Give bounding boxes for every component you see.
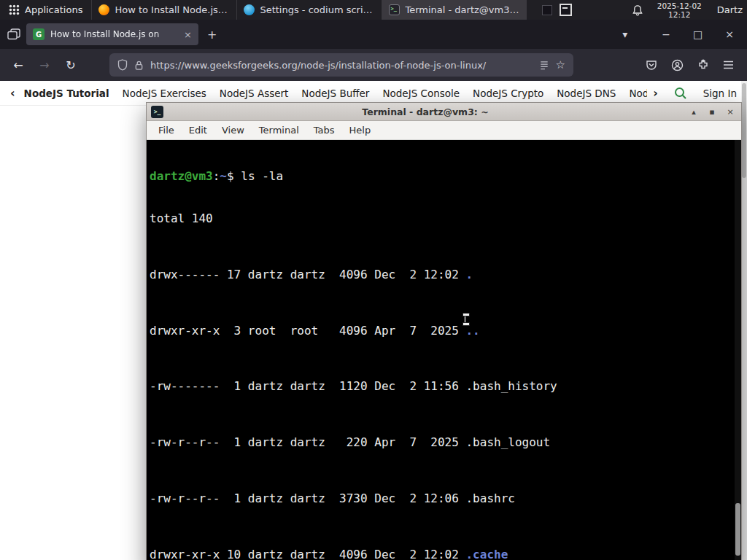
terminal-total-line: total 140 [150,211,741,225]
url-text[interactable]: https://www.geeksforgeeks.org/node-js/in… [150,60,533,71]
terminal-menu-item[interactable]: Help [342,125,379,136]
terminal-minimize-button[interactable]: ▴ [687,107,700,117]
terminal-title-bar[interactable]: >_ Terminal - dartz@vm3: ~ ▴ ▪ × [147,103,741,121]
menu-hamburger-icon[interactable] [723,61,734,69]
tab-close-icon[interactable]: × [184,29,192,40]
file-meta: -rw-r--r-- 1 dartz dartz 3730 Dec 2 12:0… [150,491,465,505]
window-maximize-button[interactable]: □ [693,28,703,40]
notification-bell-icon[interactable] [632,4,643,16]
window-title-label: Terminal - dartz@vm3: ~ [405,4,520,15]
file-meta: drwxr-xr-x 10 dartz dartz 4096 Dec 2 12:… [150,548,465,560]
terminal-menu-item[interactable]: View [214,125,252,136]
sign-in-button[interactable]: Sign In [703,88,737,99]
clock-time: 12:12 [657,10,702,19]
top-panel: Applications How to Install Node.js o...… [0,0,747,20]
terminal-scrollbar[interactable] [735,140,741,560]
window-minimize-button[interactable]: − [662,28,670,40]
site-nav-link[interactable]: Node [629,88,647,99]
browser-window-controls: ▾ − □ × [622,28,740,40]
terminal-screen[interactable]: dartz@vm3:~$ ls -la total 140 drwx------… [147,140,741,560]
bookmark-star-icon[interactable]: ☆ [556,58,565,71]
nav-scroll-left-icon[interactable]: ‹ [10,86,15,100]
pocket-save-icon[interactable] [646,59,657,71]
list-all-tabs-chevron-icon[interactable]: ▾ [622,28,627,40]
site-nav-link[interactable]: NodeJS Crypto [473,88,543,99]
file-name: .bash_logout [465,435,550,449]
window-title-label: Settings - codium script... [260,4,375,15]
page-scrollbar[interactable] [741,81,747,560]
clock[interactable]: 2025-12-02 12:12 [651,1,708,19]
account-avatar-icon[interactable] [671,59,684,71]
site-favicon: G [33,28,44,40]
file-meta: drwx------ 17 dartz dartz 4096 Dec 2 12:… [150,268,465,281]
terminal-menu-bar: File Edit View Terminal Tabs Help [147,121,741,140]
terminal-close-button[interactable]: × [724,107,737,117]
prompt-user-host: dartz@vm3 [150,169,213,183]
file-name: . [465,268,473,281]
new-tab-button[interactable]: + [207,28,217,42]
toolbar-right-icons [646,59,740,71]
window-close-button[interactable]: × [725,28,734,40]
terminal-window: >_ Terminal - dartz@vm3: ~ ▴ ▪ × File Ed… [146,102,742,560]
url-bar[interactable]: https://www.geeksforgeeks.org/node-js/in… [109,53,573,77]
terminal-window-buttons: ▴ ▪ × [687,107,737,117]
tab-title: How to Install Node.js on [50,29,178,39]
user-menu[interactable]: Dartz [716,4,747,15]
taskbar-window-button[interactable]: Settings - codium script... [236,0,382,20]
terminal-menu-item[interactable]: File [151,125,182,136]
site-nav-link[interactable]: NodeJS Tutorial [24,88,109,99]
applications-label: Applications [25,4,82,15]
system-tray: 2025-12-02 12:12 Dartz [542,1,747,19]
tray-window-icon[interactable] [542,5,552,15]
prompt-path: ~ [220,169,227,183]
forward-button[interactable]: → [34,54,55,76]
prompt-dollar: $ [227,169,241,183]
terminal-output-line: drwxr-xr-x 10 dartz dartz 4096 Dec 2 12:… [150,548,741,560]
window-app-icon [244,4,255,15]
reload-button[interactable]: ↻ [60,54,82,76]
reader-mode-icon[interactable] [539,60,549,71]
mouse-cursor-ibeam [464,314,466,324]
site-nav-link[interactable]: NodeJS Exercises [123,88,206,99]
terminal-output-line: -rw-r--r-- 1 dartz dartz 220 Apr 7 2025 … [150,435,741,449]
file-meta: -rw-r--r-- 1 dartz dartz 220 Apr 7 2025 [150,435,465,449]
site-nav-link[interactable]: NodeJS Buffer [301,88,369,99]
file-meta: -rw------- 1 dartz dartz 1120 Dec 2 11:5… [150,379,465,393]
typed-command: ls -la [241,169,283,183]
browser-toolbar: ← → ↻ https://www.geeksforgeeks.org/node… [0,49,747,81]
site-nav-right: › Sign In [647,86,737,100]
window-app-icon [389,4,400,15]
extensions-puzzle-icon[interactable] [697,59,709,71]
file-name: .bash_history [465,379,557,393]
terminal-maximize-button[interactable]: ▪ [705,107,719,117]
tray-terminal-icon[interactable] [560,4,572,16]
nav-scroll-right-icon[interactable]: › [653,86,658,100]
taskbar: How to Install Node.js o... Settings - c… [91,0,527,20]
terminal-output-line: drwx------ 17 dartz dartz 4096 Dec 2 12:… [150,268,741,281]
site-nav-link[interactable]: NodeJS DNS [557,88,616,99]
firefox-view-icon[interactable] [4,25,23,44]
file-name: .bashrc [465,491,514,505]
terminal-menu-item[interactable]: Terminal [252,125,306,136]
window-title-label: How to Install Node.js o... [115,4,230,15]
terminal-menu-item[interactable]: Edit [182,125,214,136]
page-scrollbar-thumb[interactable] [742,83,746,178]
file-name: .cache [465,548,508,560]
terminal-output-line: -rw-r--r-- 1 dartz dartz 3730 Dec 2 12:0… [150,491,741,505]
site-nav-link[interactable]: NodeJS Console [382,88,460,99]
terminal-scrollbar-thumb[interactable] [735,503,740,556]
window-app-icon [98,4,109,15]
browser-tab[interactable]: G How to Install Node.js on × [26,23,198,45]
tracking-shield-icon[interactable] [117,59,128,71]
site-nav-link[interactable]: NodeJS Assert [220,88,289,99]
terminal-title: Terminal - dartz@vm3: ~ [163,106,687,117]
site-search-icon[interactable] [674,87,687,100]
applications-menu-button[interactable]: Applications [0,0,91,20]
back-button[interactable]: ← [7,54,29,76]
taskbar-window-button[interactable]: How to Install Node.js o... [91,0,236,20]
terminal-menu-item[interactable]: Tabs [306,125,342,136]
terminal-prompt-line: dartz@vm3:~$ ls -la [150,169,741,183]
taskbar-window-button[interactable]: Terminal - dartz@vm3: ~ [382,0,527,20]
applications-grid-icon [9,4,20,15]
lock-icon[interactable] [134,60,144,71]
